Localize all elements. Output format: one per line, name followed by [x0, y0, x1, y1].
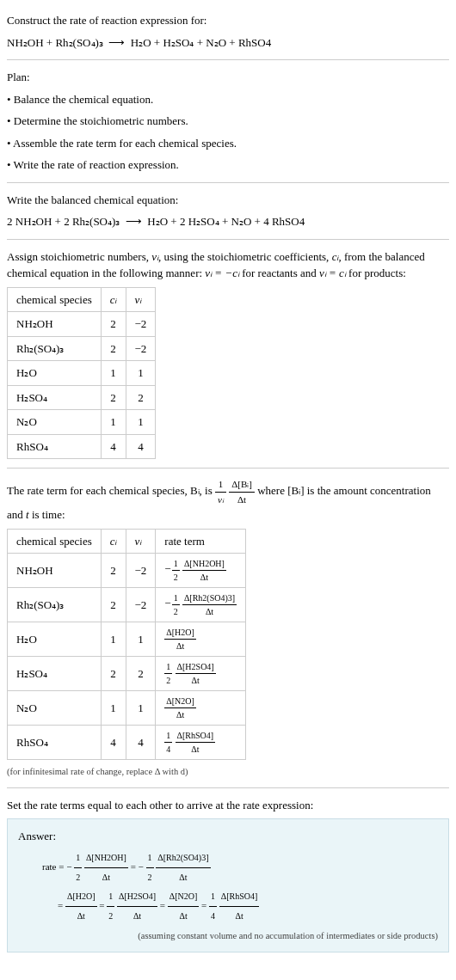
plan-item: • Write the rate of reaction expression.	[7, 156, 449, 174]
plan-item-text: Determine the stoichiometric numbers.	[14, 114, 188, 127]
rate-expression-line-1: rate = − 12 Δ[NH2OH]Δt = − 12 Δ[Rh2(SO4)…	[18, 848, 438, 887]
text: Assign stoichiometric numbers,	[7, 250, 151, 263]
cell-c: 2	[101, 554, 126, 588]
denominator: 2	[164, 674, 172, 687]
coef-frac: 14	[164, 729, 172, 756]
plan-item-text: Balance the chemical equation.	[14, 93, 153, 106]
numerator: Δ[NH2OH]	[84, 848, 128, 868]
rate-term-intro: The rate term for each chemical species,…	[7, 477, 449, 524]
text: for products:	[346, 266, 406, 279]
fraction: 1νᵢ	[215, 477, 226, 506]
numerator: Δ[N2O]	[164, 695, 196, 708]
equals: =	[131, 861, 139, 872]
table-row: H₂SO₄ 2 2 12 Δ[H2SO4]Δt	[8, 657, 246, 691]
numerator: Δ[Rh2(SO4)3]	[156, 848, 210, 868]
numerator: Δ[Bᵢ]	[229, 477, 255, 493]
conc-frac: Δ[H2O]Δt	[164, 626, 196, 652]
cell-c: 1	[101, 691, 126, 726]
rate-word: rate =	[42, 861, 66, 872]
text: , using the stoichiometric coefficients,	[158, 250, 332, 263]
cell-nu: 1	[126, 361, 156, 386]
rate-term-table: chemical species cᵢ νᵢ rate term NH₂OH 2…	[7, 529, 246, 761]
cell-rate-term: −12 Δ[NH2OH]Δt	[156, 554, 246, 588]
cell-nu: 1	[126, 622, 156, 657]
table-row: Rh₂(SO₄)₃ 2 −2 −12 Δ[Rh2(SO4)3]Δt	[8, 588, 246, 622]
fraction: Δ[Bᵢ]Δt	[229, 477, 255, 506]
cell-c: 2	[101, 588, 126, 622]
numerator: Δ[NH2OH]	[182, 557, 226, 571]
cell-c: 1	[101, 361, 126, 386]
table-row: H₂O11	[8, 361, 156, 386]
cell-nu: 4	[126, 434, 156, 459]
conc-frac: Δ[N2O]Δt	[168, 887, 200, 926]
numerator: Δ[H2SO4]	[176, 660, 216, 674]
cell-rate-term: Δ[H2O]Δt	[156, 622, 246, 657]
conc-frac: Δ[RhSO4]Δt	[176, 729, 216, 756]
cell-c: 2	[101, 312, 126, 337]
col-nui: νᵢ	[126, 287, 156, 312]
cell-species: Rh₂(SO₄)₃	[8, 336, 102, 361]
denominator: 4	[164, 743, 172, 756]
cell-nu: 1	[126, 410, 156, 435]
equals: =	[201, 900, 209, 910]
table-row: N₂O 1 1 Δ[N2O]Δt	[8, 691, 246, 726]
table-row: H₂SO₄22	[8, 385, 156, 410]
equals: =	[58, 900, 65, 910]
text: νᵢ	[135, 535, 142, 548]
cell-c: 2	[101, 657, 126, 691]
answer-box: Answer: rate = − 12 Δ[NH2OH]Δt = − 12 Δ[…	[7, 818, 449, 952]
numerator: Δ[H2O]	[164, 626, 196, 640]
numerator: 1	[215, 477, 226, 493]
cell-c: 4	[101, 434, 126, 459]
cell-species: H₂O	[8, 361, 102, 386]
nu-i: νᵢ	[151, 250, 158, 263]
eq-rhs: H₂O + 2 H₂SO₄ + N₂O + 4 RhSO4	[147, 215, 305, 228]
denominator: Δt	[84, 868, 128, 887]
numerator: Δ[Rh2(SO4)3]	[182, 591, 237, 605]
conc-frac: Δ[Rh2(SO4)3]Δt	[156, 848, 210, 887]
conc-frac: Δ[RhSO4]Δt	[219, 887, 260, 926]
col-rate-term: rate term	[156, 529, 246, 554]
table-row: RhSO₄ 4 4 14 Δ[RhSO4]Δt	[8, 726, 246, 760]
coef-frac: 12	[172, 557, 180, 584]
numerator: 1	[107, 887, 114, 907]
cell-species: RhSO₄	[8, 726, 102, 760]
denominator: Δt	[164, 708, 196, 721]
cell-species: NH₂OH	[8, 554, 102, 588]
cell-species: N₂O	[8, 410, 102, 435]
minus-icon: −	[66, 861, 71, 872]
denominator: 2	[107, 907, 114, 926]
coef-frac: 14	[209, 887, 217, 926]
unbalanced-equation: NH₂OH + Rh₂(SO₄)₃ ⟶ H₂O + H₂SO₄ + N₂O + …	[7, 34, 449, 52]
balanced-equation: 2 NH₂OH + 2 Rh₂(SO₄)₃ ⟶ H₂O + 2 H₂SO₄ + …	[7, 213, 449, 230]
coef-frac: 12	[74, 848, 82, 887]
divider	[7, 59, 449, 60]
minus-icon: −	[164, 597, 170, 609]
minus-icon: −	[139, 861, 144, 872]
denominator: Δt	[164, 640, 196, 652]
divider	[7, 468, 449, 469]
final-prompt: Set the rate terms equal to each other t…	[7, 797, 449, 814]
table-row: NH₂OH2−2	[8, 312, 156, 337]
numerator: 1	[74, 848, 82, 868]
stoich-table: chemical species cᵢ νᵢ NH₂OH2−2 Rh₂(SO₄)…	[7, 287, 156, 460]
denominator: Δt	[168, 907, 200, 926]
equals: =	[160, 900, 168, 910]
col-species: chemical species	[8, 287, 102, 312]
coef-frac: 12	[107, 887, 114, 926]
denominator: 4	[209, 907, 217, 926]
cell-species: H₂SO₄	[8, 385, 102, 410]
cell-nu: −2	[126, 312, 156, 337]
cell-nu: 4	[126, 726, 156, 760]
assign-text: Assign stoichiometric numbers, νᵢ, using…	[7, 248, 449, 282]
plan-item: • Determine the stoichiometric numbers.	[7, 113, 449, 130]
eq-lhs: NH₂OH + Rh₂(SO₄)₃	[7, 36, 103, 49]
numerator: Δ[RhSO4]	[219, 887, 260, 907]
cell-species: NH₂OH	[8, 312, 102, 337]
table-row: NH₂OH 2 −2 −12 Δ[NH2OH]Δt	[8, 554, 246, 588]
denominator: Δt	[156, 868, 210, 887]
divider	[7, 182, 449, 183]
text: is time:	[29, 508, 65, 521]
minus-icon: −	[164, 562, 170, 575]
coef-frac: 12	[172, 591, 180, 618]
